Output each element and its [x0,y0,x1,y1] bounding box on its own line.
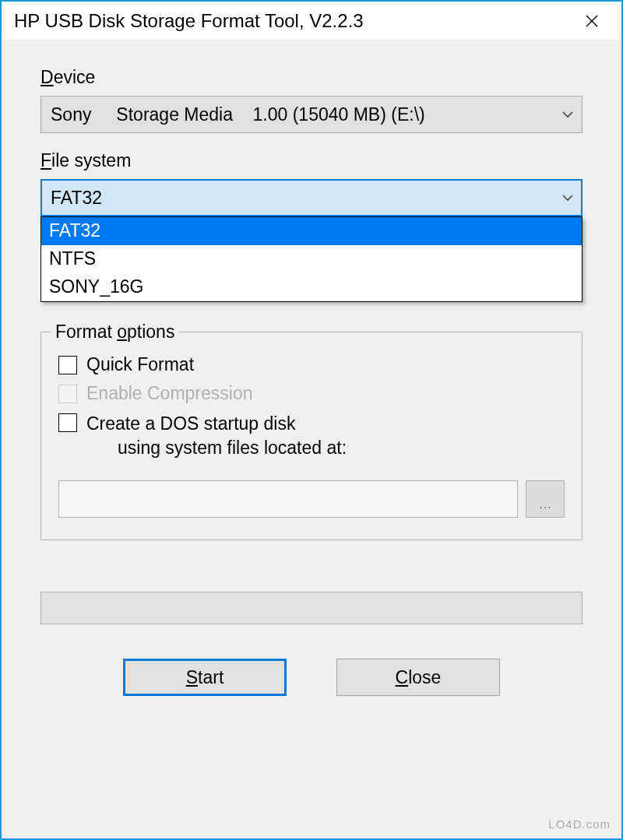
chevron-down-icon [561,192,574,204]
chevron-down-icon [561,108,574,121]
filesystem-option-ntfs[interactable]: NTFS [41,245,582,273]
filesystem-option-fat32[interactable]: FAT32 [41,217,582,245]
title-bar: HP USB Disk Storage Format Tool, V2.2.3 [2,2,621,40]
close-window-button[interactable] [573,2,611,40]
quick-format-checkbox[interactable] [58,356,77,374]
quick-format-label: Quick Format [86,354,194,375]
quick-format-row: Quick Format [58,354,565,375]
progress-bar [40,592,583,624]
device-combo-value: Sony Storage Media 1.00 (15040 MB) (E:\) [51,104,561,125]
format-options-legend: Format options [51,322,179,343]
filesystem-label: File system [40,150,583,171]
device-combo[interactable]: Sony Storage Media 1.00 (15040 MB) (E:\) [40,96,583,133]
watermark: LO4D.com [548,817,611,831]
enable-compression-checkbox [58,385,77,403]
dos-path-row: ... [58,480,565,518]
filesystem-option-sony16g[interactable]: SONY_16G [41,273,582,301]
button-row: Start Close [40,659,583,696]
filesystem-dropdown: FAT32 NTFS SONY_16G [40,216,583,302]
close-button[interactable]: Close [336,659,500,696]
window-title: HP USB Disk Storage Format Tool, V2.2.3 [14,10,573,32]
enable-compression-label: Enable Compression [86,383,253,404]
close-icon [586,15,598,27]
client-area: Device Sony Storage Media 1.00 (15040 MB… [2,40,621,838]
browse-button[interactable]: ... [526,480,565,518]
dos-startup-row: Create a DOS startup disk using system f… [58,412,565,460]
device-label: Device [40,67,583,88]
dos-path-input [58,480,518,518]
enable-compression-row: Enable Compression [58,383,565,404]
format-options-group: Format options Quick Format Enable Compr… [40,332,583,540]
filesystem-combo[interactable]: FAT32 FAT32 NTFS SONY_16G [40,179,583,216]
dos-startup-label: Create a DOS startup disk using system f… [86,412,347,460]
dos-startup-checkbox[interactable] [58,413,77,432]
start-button[interactable]: Start [123,659,287,696]
app-window: HP USB Disk Storage Format Tool, V2.2.3 … [0,0,623,840]
filesystem-combo-value: FAT32 [51,188,561,209]
